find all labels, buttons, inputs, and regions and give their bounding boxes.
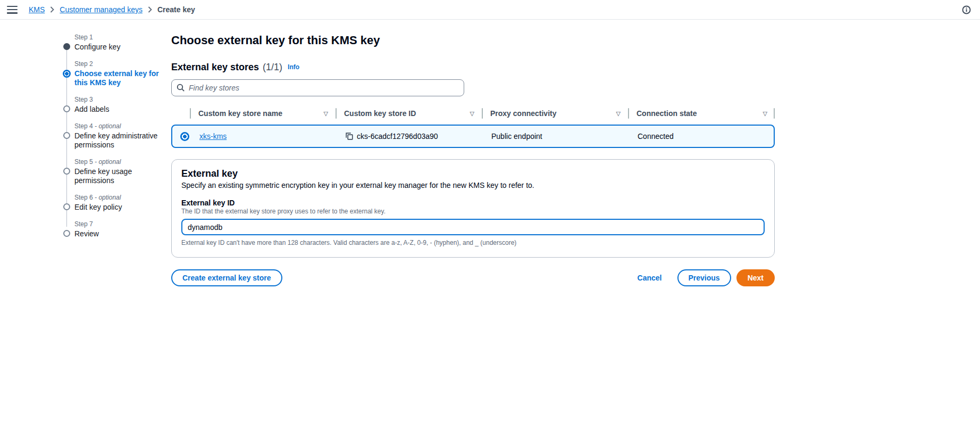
column-header-custom-key-store-name: Custom key store name ▽ xyxy=(190,106,336,121)
external-key-panel-description: Specify an existing symmetric encryption… xyxy=(181,181,765,189)
sort-dropdown-icon[interactable]: ▽ xyxy=(763,111,767,117)
step-title: Edit key policy xyxy=(74,203,171,212)
chevron-right-icon xyxy=(148,6,152,13)
step-1-configure-key[interactable]: Step 1 Configure key xyxy=(63,33,171,52)
create-external-key-store-button[interactable]: Create external key store xyxy=(171,269,282,286)
sort-dropdown-icon[interactable]: ▽ xyxy=(324,111,328,117)
chevron-right-icon xyxy=(50,6,54,13)
step-title: Review xyxy=(74,229,171,238)
external-key-id-description: The ID that the external key store proxy… xyxy=(181,208,765,215)
breadcrumb-customer-managed-keys[interactable]: Customer managed keys xyxy=(60,5,143,14)
step-title: Add labels xyxy=(74,105,171,114)
copy-icon[interactable] xyxy=(345,132,354,141)
row-radio-cell xyxy=(172,132,191,141)
external-key-stores-title: External key stores xyxy=(171,62,259,73)
key-stores-table-header: Custom key store name ▽ Custom key store… xyxy=(171,106,775,121)
external-key-stores-header: External key stores (1/1) Info xyxy=(171,62,775,73)
previous-button[interactable]: Previous xyxy=(677,269,731,286)
breadcrumb: KMS Customer managed keys Create key xyxy=(29,5,195,14)
column-header-connection-state: Connection state ▽ xyxy=(628,106,775,121)
sort-dropdown-icon[interactable]: ▽ xyxy=(616,111,621,117)
step-upcoming-dot-icon xyxy=(63,168,70,175)
key-stores-count: (1/1) xyxy=(263,62,282,73)
wizard-actions: Create external key store Cancel Previou… xyxy=(171,269,775,286)
radio-selected-icon[interactable] xyxy=(180,132,189,141)
step-number: Step 5 xyxy=(74,158,93,166)
search-icon xyxy=(177,84,185,92)
step-optional-flag: - optional xyxy=(95,158,121,166)
step-upcoming-dot-icon xyxy=(63,203,70,210)
breadcrumb-create-key: Create key xyxy=(157,5,195,14)
cell-proxy-connectivity: Public endpoint xyxy=(483,132,629,141)
cell-connection-state: Connected xyxy=(629,132,774,141)
cell-key-store-name: xks-kms xyxy=(191,132,337,141)
step-number: Step 2 xyxy=(74,60,93,68)
step-upcoming-dot-icon xyxy=(63,105,70,112)
step-4-define-key-administrative-permissions[interactable]: Step 4 - optional Define key administrat… xyxy=(63,122,171,150)
step-number: Step 1 xyxy=(74,34,93,41)
step-optional-flag: - optional xyxy=(95,194,121,201)
step-3-add-labels[interactable]: Step 3 Add labels xyxy=(63,95,171,114)
external-key-id-input[interactable] xyxy=(181,219,765,235)
step-title: Choose external key for this KMS key xyxy=(74,69,171,87)
step-title: Define key usage permissions xyxy=(74,167,171,185)
breadcrumb-kms[interactable]: KMS xyxy=(29,5,45,14)
search-input[interactable] xyxy=(189,84,459,92)
step-number: Step 7 xyxy=(74,220,93,228)
next-button[interactable]: Next xyxy=(736,269,775,286)
step-7-review[interactable]: Step 7 Review xyxy=(63,220,171,238)
key-store-row-selected[interactable]: xks-kms cks-6cadcf12796d03a90 Public end… xyxy=(171,125,775,148)
step-number: Step 3 xyxy=(74,96,93,103)
page-title: Choose external key for this KMS key xyxy=(171,34,775,47)
key-store-search-box[interactable] xyxy=(171,79,464,96)
step-6-edit-key-policy[interactable]: Step 6 - optional Edit key policy xyxy=(63,193,171,212)
column-header-custom-key-store-id: Custom key store ID ▽ xyxy=(336,106,482,121)
external-key-id-label: External key ID xyxy=(181,199,765,207)
key-store-name-link[interactable]: xks-kms xyxy=(199,132,227,141)
step-upcoming-dot-icon xyxy=(63,132,70,139)
info-link[interactable]: Info xyxy=(288,63,299,71)
step-title: Define key administrative permissions xyxy=(74,131,171,150)
step-completed-dot-icon xyxy=(63,43,70,50)
wizard-step-navigation: Step 1 Configure key Step 2 Choose exter… xyxy=(0,20,171,246)
step-upcoming-dot-icon xyxy=(63,230,70,237)
column-header-proxy-connectivity: Proxy connectivity ▽ xyxy=(482,106,628,121)
cell-key-store-id: cks-6cadcf12796d03a90 xyxy=(337,132,483,141)
key-store-id-value: cks-6cadcf12796d03a90 xyxy=(357,132,438,141)
cancel-button[interactable]: Cancel xyxy=(638,269,662,286)
top-navigation-bar: KMS Customer managed keys Create key xyxy=(0,0,980,20)
step-number: Step 6 xyxy=(74,194,93,201)
external-key-panel-title: External key xyxy=(181,168,765,179)
step-number: Step 4 xyxy=(74,122,93,130)
main-content: Choose external key for this KMS key Ext… xyxy=(171,20,775,286)
step-2-choose-external-key[interactable]: Step 2 Choose external key for this KMS … xyxy=(63,60,171,87)
external-key-id-constraint-text: External key ID can't have more than 128… xyxy=(181,239,765,246)
info-icon[interactable] xyxy=(962,5,971,14)
menu-hamburger-icon[interactable] xyxy=(7,6,18,14)
external-key-panel: External key Specify an existing symmetr… xyxy=(171,159,775,258)
step-title: Configure key xyxy=(74,43,171,52)
step-5-define-key-usage-permissions[interactable]: Step 5 - optional Define key usage permi… xyxy=(63,158,171,185)
step-active-dot-icon xyxy=(63,70,71,78)
step-optional-flag: - optional xyxy=(95,122,121,130)
sort-dropdown-icon[interactable]: ▽ xyxy=(470,111,474,117)
